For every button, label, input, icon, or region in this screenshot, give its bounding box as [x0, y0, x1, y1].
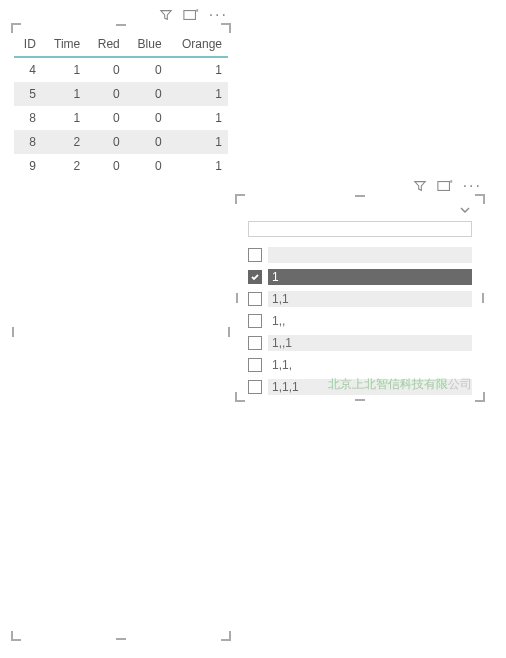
slicer-item[interactable]: 1: [248, 267, 472, 287]
col-header[interactable]: ID: [14, 32, 42, 57]
table-row[interactable]: 41001: [14, 57, 228, 82]
col-header[interactable]: Time: [42, 32, 86, 57]
slicer-label: 1,,1: [268, 335, 472, 351]
slicer-label: 1,,: [268, 313, 472, 329]
slicer-search-input[interactable]: [248, 221, 472, 237]
slicer-label: 1: [268, 269, 472, 285]
slicer-label: 1,1: [268, 291, 472, 307]
checkbox[interactable]: [248, 336, 262, 350]
more-options-icon[interactable]: ···: [209, 8, 228, 22]
filter-icon[interactable]: [159, 8, 173, 22]
more-options-icon[interactable]: ···: [463, 179, 482, 193]
checkbox[interactable]: [248, 292, 262, 306]
slicer-item[interactable]: 1,1,: [248, 355, 472, 375]
svg-rect-1: [438, 182, 450, 191]
col-header[interactable]: Blue: [126, 32, 168, 57]
table-row[interactable]: 82001: [14, 130, 228, 154]
table-toolbar: ···: [159, 8, 228, 22]
table-row[interactable]: 51001: [14, 82, 228, 106]
filter-icon[interactable]: [413, 179, 427, 193]
slicer-item[interactable]: 1,,1: [248, 333, 472, 353]
chevron-down-icon[interactable]: [458, 203, 472, 217]
col-header[interactable]: Orange: [168, 32, 228, 57]
table-row[interactable]: 92001: [14, 154, 228, 178]
checkbox[interactable]: [248, 248, 262, 262]
data-table[interactable]: ID Time Red Blue Orange 41001 51001 8100…: [14, 32, 228, 178]
svg-rect-0: [184, 11, 196, 20]
slicer-header: [248, 203, 472, 217]
watermark: 北京上北智信科技有限公司: [328, 376, 472, 393]
checkbox[interactable]: [248, 358, 262, 372]
col-header[interactable]: Red: [86, 32, 125, 57]
slicer-toolbar: ···: [413, 179, 482, 193]
table-visual[interactable]: ··· ID Time Red Blue Orange 41001 51001 …: [14, 26, 228, 638]
focus-mode-icon[interactable]: [437, 179, 453, 193]
table-row[interactable]: 81001: [14, 106, 228, 130]
checkbox[interactable]: [248, 314, 262, 328]
focus-mode-icon[interactable]: [183, 8, 199, 22]
slicer-label: [268, 247, 472, 263]
slicer-label: 1,1,: [268, 357, 472, 373]
checkbox[interactable]: [248, 380, 262, 394]
slicer-item[interactable]: 1,,: [248, 311, 472, 331]
slicer-visual[interactable]: ··· 1 1,1: [238, 197, 482, 399]
checkbox-checked[interactable]: [248, 270, 262, 284]
slicer-item[interactable]: [248, 245, 472, 265]
slicer-item[interactable]: 1,1: [248, 289, 472, 309]
